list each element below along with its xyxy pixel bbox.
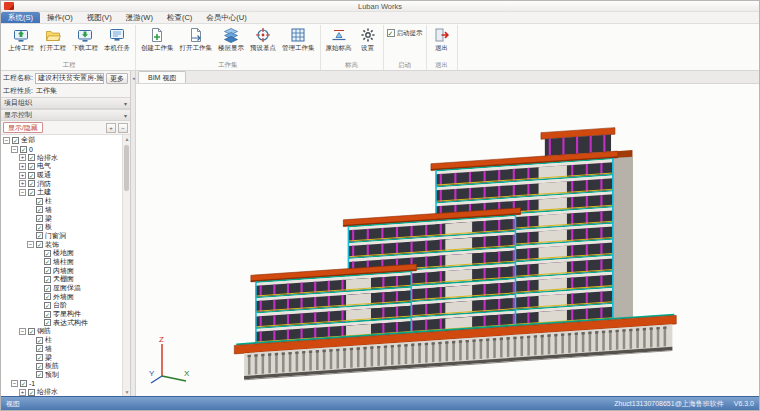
model-canvas[interactable]: Z X Y: [136, 84, 759, 396]
checkbox-checked-icon[interactable]: ✓: [36, 345, 43, 352]
open-project-button[interactable]: 打开工程: [38, 25, 68, 51]
checkbox-checked-icon[interactable]: ✓: [28, 172, 35, 179]
checkbox-checked-icon[interactable]: ✓: [36, 224, 43, 231]
tree-item[interactable]: +✓暖通: [1, 171, 122, 180]
tree-item[interactable]: +✓电气: [1, 162, 122, 171]
checkbox-checked-icon[interactable]: ✓: [44, 311, 51, 318]
scroll-up-icon[interactable]: ▲: [123, 136, 130, 142]
project-org-header[interactable]: 项目组织 ▾: [1, 97, 130, 109]
collapse-node-icon[interactable]: −: [27, 241, 34, 248]
tree-item[interactable]: ✓表达式构件: [1, 318, 122, 327]
menu-item[interactable]: 视图(V): [80, 12, 119, 23]
floor-display-button[interactable]: 楼层显示: [216, 25, 246, 51]
collapse-node-icon[interactable]: −: [19, 189, 26, 196]
tree-item[interactable]: +✓给排水: [1, 388, 122, 396]
checkbox-checked-icon[interactable]: ✓: [28, 163, 35, 170]
elevation-button[interactable]: 原始标高: [324, 25, 354, 51]
checkbox-checked-icon[interactable]: ✓: [36, 354, 43, 361]
tree-item[interactable]: −✓土建: [1, 188, 122, 197]
checkbox-checked-icon[interactable]: ✓: [36, 232, 43, 239]
checkbox-checked-icon[interactable]: ✓: [36, 215, 43, 222]
tree-scrollbar[interactable]: ▲ ▼: [122, 135, 130, 396]
checkbox-checked-icon[interactable]: ✓: [44, 285, 51, 292]
scrollbar-thumb[interactable]: [124, 145, 129, 191]
base-point-button[interactable]: 预设基点: [248, 25, 278, 51]
exit-icon: [434, 27, 450, 43]
collapse-node-icon[interactable]: −: [19, 328, 26, 335]
checkbox-checked-icon[interactable]: ✓: [28, 328, 35, 335]
tree-item[interactable]: +✓消防: [1, 179, 122, 188]
manage-workset-button[interactable]: 管理工作集: [280, 25, 317, 51]
tree-item[interactable]: ✓梁: [1, 353, 122, 362]
collapse-all-button[interactable]: −: [118, 123, 128, 133]
expand-node-icon[interactable]: +: [19, 154, 26, 161]
checkbox-checked-icon[interactable]: ✓: [36, 371, 43, 378]
menu-item[interactable]: 检查(C): [160, 12, 199, 23]
tree-item[interactable]: −✓全部: [1, 136, 122, 145]
settings-gear-button[interactable]: 设置: [356, 25, 380, 51]
tree-item[interactable]: +✓给排水: [1, 153, 122, 162]
checkbox-checked-icon[interactable]: ✓: [28, 180, 35, 187]
open-workset-button[interactable]: 打开工作集: [178, 25, 215, 51]
tree-item[interactable]: ✓板筋: [1, 362, 122, 371]
bim-model-svg[interactable]: [136, 84, 759, 396]
menu-item[interactable]: 会员中心(U): [199, 12, 253, 23]
tree-item[interactable]: −✓钢筋: [1, 327, 122, 336]
tree-item[interactable]: −✓-1: [1, 379, 122, 388]
checkbox-checked-icon[interactable]: ✓: [28, 189, 35, 196]
expand-node-icon[interactable]: +: [19, 389, 26, 396]
checkbox-checked-icon[interactable]: ✓: [44, 258, 51, 265]
checkbox-checked-icon[interactable]: ✓: [36, 337, 43, 344]
tab-bim-view[interactable]: BIM 视图: [138, 71, 186, 83]
local-tasks-button[interactable]: 本机任务: [102, 25, 132, 51]
checkbox-checked-icon[interactable]: ✓: [44, 293, 51, 300]
checkbox-checked-icon[interactable]: ✓: [36, 198, 43, 205]
expand-node-icon[interactable]: +: [19, 180, 26, 187]
checkbox-checked-icon[interactable]: ✓: [44, 319, 51, 326]
expand-node-icon[interactable]: +: [19, 172, 26, 179]
collapse-node-icon[interactable]: −: [11, 146, 18, 153]
display-control-header[interactable]: 显示控制 ▾: [1, 109, 130, 121]
more-button[interactable]: 更多: [106, 73, 128, 84]
checkbox-checked-icon[interactable]: ✓: [44, 250, 51, 257]
checkbox-checked-icon[interactable]: ✓: [44, 276, 51, 283]
exit-button[interactable]: 退出: [430, 25, 454, 51]
menu-item[interactable]: 漫游(W): [119, 12, 160, 23]
tree-item[interactable]: ✓墙: [1, 206, 122, 215]
menu-item[interactable]: 操作(O): [40, 12, 80, 23]
upload-project-button[interactable]: 上传工程: [6, 25, 36, 51]
status-left-text: 视图: [6, 399, 20, 409]
checkbox-checked-icon[interactable]: ✓: [44, 302, 51, 309]
checkbox-checked-icon[interactable]: ✓: [36, 363, 43, 370]
ribbon-button-label: 本机任务: [104, 44, 130, 51]
create-workset-button[interactable]: 创建工作集: [139, 25, 176, 51]
checkbox-checked-icon[interactable]: ✓: [20, 380, 27, 387]
checkbox-checked-icon[interactable]: ✓: [44, 267, 51, 274]
show-hide-button[interactable]: 显示/隐藏: [3, 122, 43, 133]
checkbox-checked-icon[interactable]: ✓: [28, 389, 35, 396]
checkbox-checked-icon[interactable]: ✓: [12, 137, 19, 144]
tree-item[interactable]: ✓墙: [1, 345, 122, 354]
expand-node-icon[interactable]: +: [19, 163, 26, 170]
startup-tip-checkbox[interactable]: ✓启动提示: [387, 25, 423, 38]
tree-item-label: 表达式构件: [53, 318, 88, 328]
collapse-node-icon[interactable]: −: [3, 137, 10, 144]
tree-item[interactable]: ✓柱: [1, 336, 122, 345]
tree-item-label: -1: [29, 380, 35, 387]
menu-item[interactable]: 系统(S): [1, 12, 40, 23]
checkbox-checked-icon[interactable]: ✓: [28, 154, 35, 161]
project-name-combobox[interactable]: 建设村扶贫安置房-施工模型 ▼: [35, 73, 104, 84]
tree-item[interactable]: ✓梁: [1, 214, 122, 223]
scroll-down-icon[interactable]: ▼: [123, 389, 130, 395]
tree-item[interactable]: −✓0: [1, 145, 122, 154]
manage-workset-icon: [290, 27, 306, 43]
tree-item[interactable]: ✓门窗洞: [1, 232, 122, 241]
download-project-button[interactable]: 下载工程: [70, 25, 100, 51]
tree-item[interactable]: ✓柱: [1, 197, 122, 206]
checkbox-checked-icon[interactable]: ✓: [20, 146, 27, 153]
expand-all-button[interactable]: +: [106, 123, 116, 133]
checkbox-checked-icon[interactable]: ✓: [36, 241, 43, 248]
tree-item[interactable]: ✓预制: [1, 371, 122, 380]
collapse-node-icon[interactable]: −: [11, 380, 18, 387]
checkbox-checked-icon[interactable]: ✓: [36, 206, 43, 213]
